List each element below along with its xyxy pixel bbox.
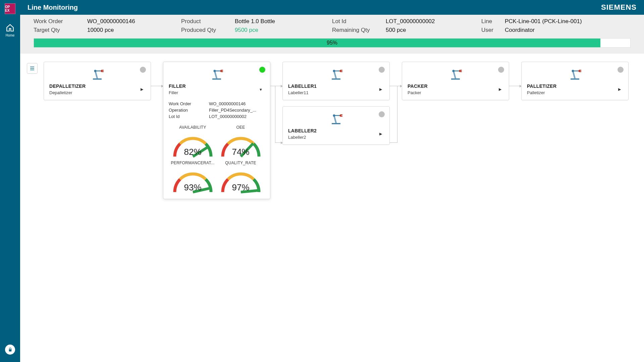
detail-value-lot: LOT_00000000002 [209, 114, 265, 119]
remaining-qty-label: Remaining Qty [332, 27, 386, 34]
status-dot [379, 67, 385, 73]
connector [509, 62, 521, 86]
svg-rect-13 [221, 70, 223, 71]
machine-card-labeller2[interactable]: LABELLER2Labeller2 ▶ [282, 106, 390, 145]
target-qty-label: Target Qty [34, 27, 87, 34]
svg-rect-3 [93, 78, 102, 79]
svg-rect-29 [340, 114, 342, 115]
svg-rect-42 [579, 71, 581, 72]
lot-label: Lot Id [332, 18, 386, 25]
machine-title: PALLETIZER [527, 83, 556, 89]
lock-icon [8, 347, 13, 352]
gauge-label-performance: PERFORMANCERAT... [169, 161, 217, 165]
gauge-label-quality: QUALITY_RATE [217, 161, 265, 165]
topbar: Line Monitoring SIEMENS [20, 0, 644, 15]
svg-rect-23 [340, 70, 342, 71]
info-grid: Work Order WO_00000000146 Product Bottle… [34, 18, 631, 34]
line-label: Line [481, 18, 505, 25]
sidebar: OP EX Home [0, 0, 20, 362]
app-logo-text: OP EX [5, 5, 15, 12]
status-dot [498, 67, 504, 73]
lot-value: LOT_00000000002 [386, 18, 481, 25]
svg-rect-31 [451, 78, 460, 79]
expand-chevron-right-icon[interactable]: ▶ [377, 130, 384, 138]
expand-chevron-right-icon[interactable]: ▶ [497, 85, 503, 94]
line-value: PCK-Line-001 (PCK-Line-001) [505, 18, 631, 25]
gauge-value-quality: 97% [232, 182, 249, 193]
user-label: User [481, 27, 505, 34]
machine-card-depalletizer[interactable]: DEPALLETIZER Depalletizer ▶ [44, 62, 151, 100]
product-label: Product [181, 18, 235, 25]
machine-card-labeller1[interactable]: LABELLER1Labeller11 ▶ [282, 62, 390, 100]
nav-home-label: Home [6, 34, 15, 37]
connector [151, 62, 163, 86]
expand-chevron-right-icon[interactable]: ▶ [139, 85, 145, 94]
panel-toggle-button[interactable] [27, 63, 38, 74]
gauge-label-availability: AVAILABILITY [169, 125, 217, 130]
collapse-chevron-down-icon[interactable]: ▼ [257, 85, 265, 94]
detail-value-op: Filler_PD4Secondary_... [209, 108, 265, 113]
gauge-value-performance: 93% [184, 182, 201, 193]
remaining-qty-value: 500 pce [386, 27, 481, 34]
connector-merge [390, 86, 402, 143]
machine-title: LABELLER2 [288, 128, 317, 133]
svg-rect-30 [340, 116, 342, 117]
lock-button[interactable] [5, 345, 15, 355]
gauge-oee: 74% [217, 132, 265, 159]
svg-rect-37 [571, 78, 579, 79]
machine-icon [527, 68, 623, 81]
machine-icon [408, 68, 503, 81]
machine-card-filler[interactable]: FILLER Filler ▼ Work OrderWO_00000000146… [163, 62, 270, 199]
progress-bar: 95% [34, 38, 631, 48]
menu-icon [29, 65, 35, 71]
machine-subtitle: Packer [408, 90, 428, 95]
produced-qty-value: 9500 pce [235, 27, 332, 34]
machine-flow: DEPALLETIZER Depalletizer ▶ FILLER Fille… [44, 62, 629, 199]
gauge-value-oee: 74% [232, 147, 249, 157]
svg-rect-19 [332, 78, 340, 79]
machine-title: PACKER [408, 83, 428, 89]
gauge-quality: 97% [217, 167, 265, 194]
detail-value-wo: WO_00000000146 [209, 101, 265, 106]
progress-text: 95% [34, 39, 630, 47]
gauge-label-oee: OEE [217, 125, 265, 130]
svg-rect-8 [101, 71, 104, 72]
machine-card-packer[interactable]: PACKERPacker ▶ [402, 62, 509, 100]
app-logo: OP EX [5, 3, 15, 14]
main-area: DEPALLETIZER Depalletizer ▶ FILLER Fille… [20, 58, 644, 362]
machine-icon [169, 68, 265, 81]
gauge-performance: 93% [169, 167, 217, 194]
connector-split [270, 86, 282, 143]
machine-icon [49, 68, 145, 81]
target-qty-value: 10000 pce [87, 27, 181, 34]
work-order-label: Work Order [34, 18, 87, 25]
machine-subtitle: Depalletizer [49, 90, 86, 95]
machine-subtitle: Palletizer [527, 90, 556, 95]
detail-label-lot: Lot Id [169, 114, 209, 119]
machine-card-palletizer[interactable]: PALLETIZERPalletizer ▶ [521, 62, 629, 100]
work-order-value: WO_00000000146 [87, 18, 181, 25]
gauge-availability: 82% [169, 132, 217, 159]
machine-details: Work OrderWO_00000000146 OperationFiller… [169, 101, 265, 119]
home-icon [6, 23, 14, 32]
page-title: Line Monitoring [28, 4, 78, 11]
machine-title: LABELLER1 [288, 83, 317, 89]
expand-chevron-right-icon[interactable]: ▶ [616, 85, 623, 94]
gauges-grid: AVAILABILITY OEE 82% 74% PERFORMANCERAT.… [169, 125, 265, 194]
machine-title: DEPALLETIZER [49, 83, 86, 89]
nav-home[interactable]: Home [6, 23, 15, 37]
machine-icon [288, 68, 384, 81]
user-value: Coordinator [505, 27, 631, 34]
svg-rect-41 [579, 70, 581, 71]
info-strip: Work Order WO_00000000146 Product Bottle… [20, 15, 644, 54]
svg-rect-24 [340, 71, 342, 72]
machine-icon [288, 113, 384, 125]
expand-chevron-right-icon[interactable]: ▶ [377, 85, 384, 94]
machine-title: FILLER [169, 83, 186, 89]
svg-rect-9 [212, 78, 221, 79]
brand-logo: SIEMENS [601, 3, 637, 12]
gauge-value-availability: 82% [184, 147, 201, 157]
produced-qty-label: Produced Qty [181, 27, 235, 34]
status-dot [618, 67, 624, 73]
svg-rect-14 [221, 71, 223, 72]
